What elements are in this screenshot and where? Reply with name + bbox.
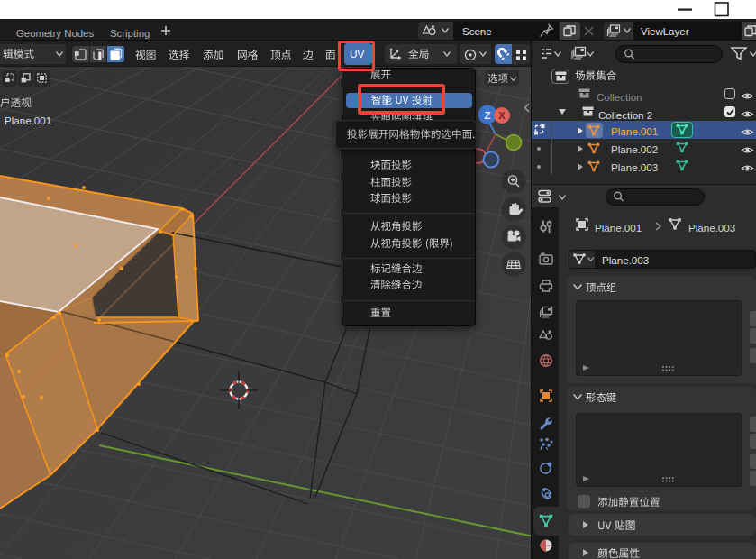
svg-text:Z: Z xyxy=(484,110,490,121)
svg-text:X: X xyxy=(498,110,505,121)
